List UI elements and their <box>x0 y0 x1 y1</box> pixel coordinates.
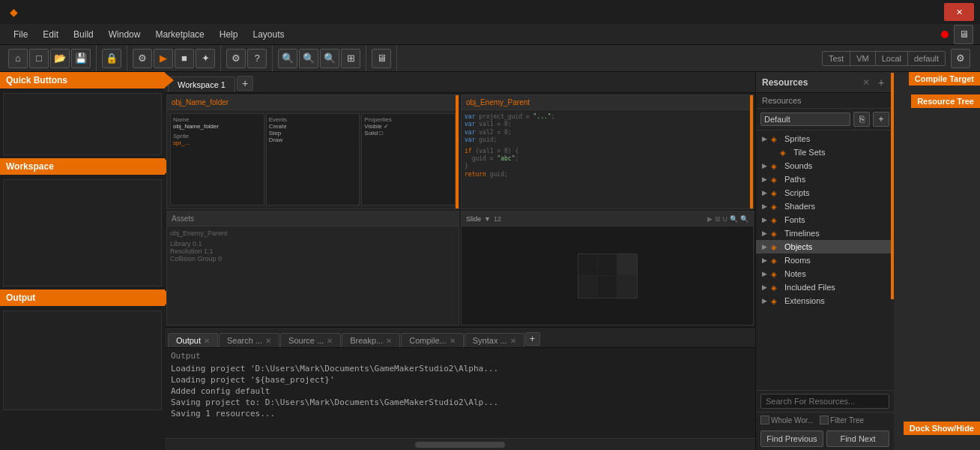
find-previous-button[interactable]: Find Previous <box>760 430 823 447</box>
workspace-group: Workspace <box>0 158 165 290</box>
bottom-scrollbar[interactable] <box>165 438 755 450</box>
quick-buttons-label: Quick Buttons <box>0 72 165 88</box>
ws-panel-tl: obj_Name_folder Name obj_Name_folder Spr… <box>166 94 459 209</box>
mini-panel-2: Events Create Step Draw <box>266 113 360 206</box>
lock-button[interactable]: 🔒 <box>102 49 121 68</box>
menu-window[interactable]: Window <box>101 26 148 43</box>
stop-button[interactable]: ■ <box>175 49 194 68</box>
tree-item-timelines[interactable]: ▶ ◈ Timelines <box>756 226 894 240</box>
search-options: Whole Wor... Filter Tree <box>756 412 894 428</box>
tree-item-paths[interactable]: ▶ ◈ Paths <box>756 172 894 186</box>
workspace-tab-1[interactable]: Workspace 1 <box>168 76 235 92</box>
tree-label-paths: Paths <box>784 175 805 184</box>
tree-item-included-files[interactable]: ▶ ◈ Included Files <box>756 280 894 294</box>
output-tab-output-close[interactable]: ✕ <box>204 337 210 345</box>
output-tabs: Output ✕ Search ... ✕ Source ... ✕ Break… <box>165 327 755 348</box>
filter-tree-option: Filter Tree <box>820 416 864 424</box>
output-section: Output <box>0 290 165 306</box>
output-line-2: Loading project '${base_project}' <box>171 375 749 385</box>
output-tab-breakpoints[interactable]: Breakp... ✕ <box>342 333 400 347</box>
resource-add-button[interactable]: + <box>874 76 888 89</box>
home-button[interactable]: ⌂ <box>8 49 28 68</box>
arrow-objects: ▶ <box>762 243 771 250</box>
ws-panel-tl-header: obj_Name_folder <box>167 95 459 110</box>
menu-help[interactable]: Help <box>212 26 246 43</box>
tree-item-extensions[interactable]: ▶ ◈ Extensions <box>756 294 894 308</box>
zoom-reset-button[interactable]: 🔍 <box>320 49 339 68</box>
arrow-notes: ▶ <box>762 270 771 278</box>
menu-edit[interactable]: Edit <box>35 26 66 43</box>
compile-tab-vm[interactable]: VM <box>850 52 876 65</box>
ws-panel-tr: obj_Enemy_Parent var project_guid = "...… <box>461 94 754 209</box>
quick-buttons-group: Quick Buttons <box>0 72 165 158</box>
tree-item-sprites[interactable]: ▶ ◈ Sprites <box>756 132 894 146</box>
settings-button[interactable]: ⚙ <box>133 49 152 68</box>
output-tab-search[interactable]: Search ... ✕ <box>219 333 279 347</box>
monitor-button[interactable]: 🖥 <box>954 25 973 44</box>
compile-tab-test[interactable]: Test <box>823 52 850 65</box>
output-line-1: Loading project 'D:\Users\Mark\Documents… <box>171 364 749 374</box>
resource-tree: ▶ ◈ Sprites ◈ Tile Sets ▶ ◈ Sounds ▶ ◈ <box>756 130 894 390</box>
tree-item-sounds[interactable]: ▶ ◈ Sounds <box>756 159 894 172</box>
menu-marketplace[interactable]: Marketplace <box>148 26 211 43</box>
arrow-sounds: ▶ <box>762 162 771 170</box>
filter-tree-checkbox[interactable] <box>820 416 829 424</box>
menu-bar: File Edit Build Window Marketplace Help … <box>0 24 980 45</box>
display-button[interactable]: 🖥 <box>372 49 391 68</box>
output-tab-compile[interactable]: Compile... ✕ <box>401 333 464 347</box>
menu-layouts[interactable]: Layouts <box>245 26 291 43</box>
icon-sounds: ◈ <box>771 162 781 170</box>
compile-tab-default[interactable]: default <box>908 52 945 65</box>
resource-search-input[interactable] <box>760 394 889 409</box>
output-tab-compile-close[interactable]: ✕ <box>450 337 456 345</box>
output-tab-breakpoints-close[interactable]: ✕ <box>386 337 392 345</box>
output-tab-syntax[interactable]: Syntax ... ✕ <box>465 333 524 347</box>
output-tab-output[interactable]: Output ✕ <box>168 333 218 347</box>
debug-button[interactable]: ✦ <box>196 49 215 68</box>
save-button[interactable]: 💾 <box>71 49 91 68</box>
tree-item-scripts[interactable]: ▶ ◈ Scripts <box>756 186 894 200</box>
grid-button[interactable]: ⊞ <box>341 49 360 68</box>
output-tab-source[interactable]: Source ... ✕ <box>280 333 341 347</box>
workspace-add-tab[interactable]: + <box>237 76 253 91</box>
arrow-paths: ▶ <box>762 176 771 183</box>
group-copy-button[interactable]: ⎘ <box>853 112 870 127</box>
annotation-compile-target: Compile Target <box>909 72 980 86</box>
run-button[interactable]: ▶ <box>154 49 173 68</box>
zoom-in-button[interactable]: 🔍 <box>278 49 297 68</box>
output-add-tab[interactable]: + <box>525 332 540 346</box>
output-tab-search-close[interactable]: ✕ <box>265 337 271 345</box>
tree-item-shaders[interactable]: ▶ ◈ Shaders <box>756 200 894 213</box>
annotation-resource-tree: Resource Tree <box>911 94 980 108</box>
tree-item-fonts[interactable]: ▶ ◈ Fonts <box>756 213 894 226</box>
find-next-button[interactable]: Find Next <box>826 430 889 447</box>
help-button[interactable]: ? <box>247 49 267 68</box>
output-tab-syntax-close[interactable]: ✕ <box>510 337 516 345</box>
whole-word-label: Whole Wor... <box>771 416 814 424</box>
right-panel: Resources ✕ + Resources Default ⎘ + ▶ ◈ … <box>755 72 894 450</box>
output-tab-source-close[interactable]: ✕ <box>327 337 333 345</box>
compile-tab-local[interactable]: Local <box>876 52 908 65</box>
arrow-shaders: ▶ <box>762 202 771 210</box>
compile-target-settings[interactable]: ⚙ <box>951 49 970 68</box>
tree-item-objects[interactable]: ▶ ◈ Objects <box>756 240 894 254</box>
group-dropdown[interactable]: Default <box>760 112 850 126</box>
quick-buttons-section: Quick Buttons <box>0 72 165 88</box>
menu-file[interactable]: File <box>6 26 35 43</box>
whole-word-checkbox[interactable] <box>760 416 769 424</box>
resource-close-button[interactable]: ✕ <box>859 76 873 89</box>
icon-paths: ◈ <box>771 176 781 184</box>
tree-label-shaders: Shaders <box>784 202 815 211</box>
tree-item-notes[interactable]: ▶ ◈ Notes <box>756 267 894 280</box>
zoom-out-button[interactable]: 🔍 <box>299 49 318 68</box>
gamepad-button[interactable]: ⚙ <box>226 49 246 68</box>
new-button[interactable]: □ <box>29 49 49 68</box>
menu-build[interactable]: Build <box>66 26 101 43</box>
tree-item-tilesets[interactable]: ◈ Tile Sets <box>756 146 894 159</box>
tree-item-rooms[interactable]: ▶ ◈ Rooms <box>756 254 894 267</box>
code-scroll-bar <box>750 95 753 208</box>
annotation-area: Compile Target Resource Tree Dock Show/H… <box>894 72 980 450</box>
close-button[interactable]: ✕ <box>944 3 974 21</box>
open-button[interactable]: 📂 <box>50 49 70 68</box>
group-add-button[interactable]: + <box>873 112 889 127</box>
